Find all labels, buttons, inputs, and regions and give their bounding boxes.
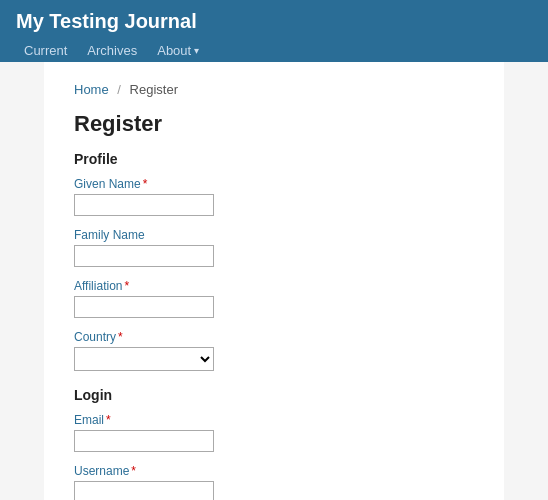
nav-item-about[interactable]: About ▾ <box>149 39 207 62</box>
nav-item-archives[interactable]: Archives <box>79 39 145 62</box>
country-label: Country* <box>74 330 474 344</box>
country-required: * <box>118 330 123 344</box>
profile-section-heading: Profile <box>74 151 474 167</box>
profile-section: Profile Given Name* Family Name Affiliat… <box>74 151 474 371</box>
family-name-group: Family Name <box>74 228 474 267</box>
breadcrumb: Home / Register <box>74 82 474 97</box>
main-nav: Current Archives About ▾ <box>16 39 532 62</box>
given-name-input[interactable] <box>74 194 214 216</box>
site-header: My Testing Journal Current Archives Abou… <box>0 0 548 62</box>
breadcrumb-separator: / <box>117 82 121 97</box>
login-section: Login Email* Username* Password* <box>74 387 474 500</box>
given-name-label: Given Name* <box>74 177 474 191</box>
country-group: Country* <box>74 330 474 371</box>
breadcrumb-home-link[interactable]: Home <box>74 82 109 97</box>
email-label: Email* <box>74 413 474 427</box>
affiliation-group: Affiliation* <box>74 279 474 318</box>
affiliation-input[interactable] <box>74 296 214 318</box>
given-name-group: Given Name* <box>74 177 474 216</box>
email-required: * <box>106 413 111 427</box>
given-name-required: * <box>143 177 148 191</box>
login-section-heading: Login <box>74 387 474 403</box>
nav-label-archives: Archives <box>87 43 137 58</box>
page-title: Register <box>74 111 474 137</box>
email-input[interactable] <box>74 430 214 452</box>
email-group: Email* <box>74 413 474 452</box>
username-label: Username* <box>74 464 474 478</box>
breadcrumb-current: Register <box>130 82 178 97</box>
username-input[interactable] <box>74 481 214 500</box>
username-group: Username* <box>74 464 474 500</box>
about-dropdown-arrow: ▾ <box>194 45 199 56</box>
username-required: * <box>131 464 136 478</box>
site-title: My Testing Journal <box>16 10 532 33</box>
affiliation-label: Affiliation* <box>74 279 474 293</box>
affiliation-required: * <box>124 279 129 293</box>
nav-item-current[interactable]: Current <box>16 39 75 62</box>
family-name-input[interactable] <box>74 245 214 267</box>
nav-label-current: Current <box>24 43 67 58</box>
nav-label-about: About <box>157 43 191 58</box>
main-content: Home / Register Register Profile Given N… <box>44 62 504 500</box>
family-name-label: Family Name <box>74 228 474 242</box>
country-select[interactable] <box>74 347 214 371</box>
